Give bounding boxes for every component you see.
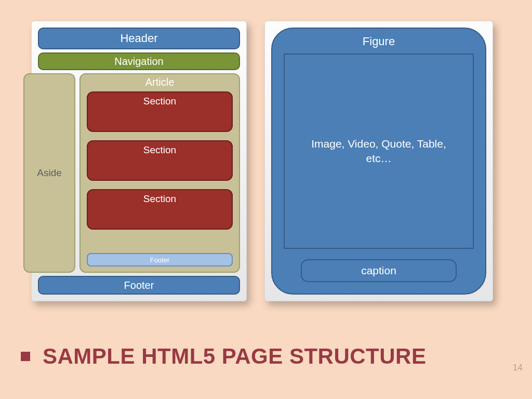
figure-structure-frame: Figure Image, Video, Quote, Table, etc… … xyxy=(264,21,493,301)
article-footer-block: Footer xyxy=(87,253,233,267)
figure-content-block: Image, Video, Quote, Table, etc… xyxy=(284,54,474,249)
slide-title: SAMPLE HTML5 PAGE STRUCTURE xyxy=(43,344,426,369)
figure-label: Figure xyxy=(284,34,474,54)
article-block: Article Section Section Section Footer xyxy=(79,73,240,273)
slide-title-row: SAMPLE HTML5 PAGE STRUCTURE xyxy=(21,344,426,369)
footer-block: Footer xyxy=(38,276,240,295)
navigation-block: Navigation xyxy=(38,52,240,70)
article-label: Article xyxy=(87,74,233,91)
section-block: Section xyxy=(87,91,233,132)
header-block: Header xyxy=(38,28,240,49)
aside-block: Aside xyxy=(23,73,75,273)
section-block: Section xyxy=(87,189,233,230)
middle-row: Aside Article Section Section Section Fo… xyxy=(38,73,240,273)
diagram-panels: Header Navigation Aside Article Section … xyxy=(0,0,532,301)
page-structure-frame: Header Navigation Aside Article Section … xyxy=(31,21,247,301)
section-block: Section xyxy=(87,140,233,181)
figure-block: Figure Image, Video, Quote, Table, etc… … xyxy=(271,28,486,295)
page-number: 14 xyxy=(513,363,523,373)
caption-block: caption xyxy=(301,259,457,282)
bullet-icon xyxy=(21,352,30,361)
